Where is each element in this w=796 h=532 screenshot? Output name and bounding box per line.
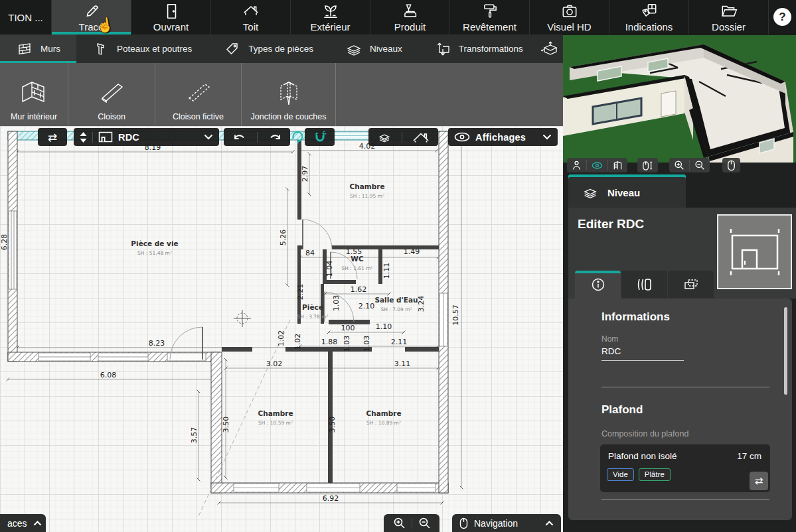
swap-composition-button[interactable]: ⇄	[750, 472, 768, 490]
roof-icon	[242, 2, 260, 21]
divider	[402, 132, 402, 143]
tool-cloison[interactable]: Cloison	[68, 63, 155, 126]
tab-exterieur-label: Extérieur	[310, 21, 350, 33]
room-label: ChambreSH : 10.89 m²	[366, 409, 401, 426]
dimension-label: 6.28	[0, 234, 9, 251]
dimension-label: 1.04	[325, 261, 334, 277]
ribbon-tab-murs-label: Murs	[40, 44, 60, 54]
floor-plan: 8.194.026.282.975.26841.551.491.041.112.…	[0, 126, 563, 532]
info-icon	[591, 277, 605, 292]
niveau-tab[interactable]: Niveau	[568, 177, 686, 208]
tab-indications[interactable]: Indications	[609, 0, 689, 34]
ribbon-tabs: Murs Poteaux et poutres Types de pièces …	[0, 34, 563, 63]
3d-scroll-button[interactable]	[637, 158, 658, 172]
navigation-toggle[interactable]: Navigation	[452, 514, 561, 532]
tab-dossier[interactable]: Dossier	[689, 0, 769, 34]
dimension-label: 2.11	[391, 338, 408, 346]
layer-badge-platre[interactable]: Plâtre	[639, 468, 671, 481]
magnet-button[interactable]	[305, 128, 335, 146]
tab-construction[interactable]: TION ...	[0, 0, 52, 34]
undo-icon[interactable]	[233, 133, 246, 141]
display-toggles	[368, 128, 438, 146]
magnet-icon	[313, 131, 327, 144]
dimension-label: 3.11	[394, 360, 411, 368]
dimension-label: 8.23	[149, 339, 165, 348]
zoom-in-icon[interactable]	[393, 517, 406, 529]
brick-wall-icon	[16, 40, 33, 58]
dimension-label: 1.03	[343, 336, 351, 352]
tab-ouvrant[interactable]: Ouvrant	[131, 0, 211, 34]
dimension-label: 10.57	[451, 304, 460, 326]
divider	[412, 518, 412, 529]
layer-badge-vide[interactable]: Vide	[607, 468, 634, 481]
floorplan-canvas[interactable]: 8.194.026.282.975.26841.551.491.041.112.…	[0, 126, 563, 532]
tool-cloison-fictive[interactable]: Cloison fictive	[155, 63, 242, 126]
transform-icon	[434, 40, 451, 58]
section-divider	[601, 499, 769, 500]
tab-composition[interactable]	[621, 271, 667, 299]
divider	[92, 132, 93, 143]
column-beam-icon	[92, 40, 110, 58]
home-design-app: TION ... Tracé Ouvrant Toit Extérieur	[0, 0, 796, 532]
dimension-label: 3.50	[328, 417, 337, 433]
3d-view[interactable]	[563, 35, 796, 163]
affichages-dropdown[interactable]: Affichages	[448, 128, 558, 146]
ribbon-tab-partial-cube-icon[interactable]	[539, 34, 563, 63]
rotate-handle-icon[interactable]	[290, 129, 305, 144]
level-editor-header: Editer RDC	[568, 208, 796, 299]
tab-toit[interactable]: Toit	[211, 0, 291, 34]
navigation-label: Navigation	[474, 518, 518, 529]
dimension-label: 2.21	[296, 284, 305, 300]
tab-revetement[interactable]: Revêtement	[450, 0, 530, 34]
dimension-label: 3.57	[190, 427, 199, 444]
ribbon-tab-poteaux[interactable]: Poteaux et poutres	[76, 34, 208, 63]
origin-marker	[234, 310, 251, 327]
scrollbar-thumb[interactable]	[784, 307, 787, 395]
layers-icon	[582, 184, 599, 200]
tab-produit[interactable]: Produit	[370, 0, 450, 34]
zoom-out-icon[interactable]	[418, 517, 431, 529]
zoom-controls	[384, 514, 439, 532]
informations-heading: Informations	[601, 310, 670, 324]
ribbon-tab-types-pieces[interactable]: Types de pièces	[208, 34, 329, 63]
dimension-label: 1.62	[351, 285, 367, 294]
dimension-label: 100	[341, 324, 355, 332]
level-selector[interactable]: RDC	[74, 128, 219, 146]
tab-visuel-hd[interactable]: Visuel HD	[530, 0, 609, 34]
room-label: ChambreSH : 11.95 m²	[349, 182, 384, 199]
elevation-view-icon[interactable]	[613, 161, 623, 170]
tab-surfaces[interactable]	[668, 271, 714, 299]
tool-mur-interieur-label: Mur intérieur	[11, 112, 57, 121]
ribbon-tab-poteaux-label: Poteaux et poutres	[117, 44, 192, 54]
help-button[interactable]: ?	[773, 8, 791, 26]
dimension-label: 2.97	[301, 166, 309, 182]
ribbon-tab-transformations[interactable]: Transformations	[418, 34, 539, 63]
tab-trace[interactable]: Tracé	[52, 0, 131, 34]
ribbon-tab-murs[interactable]: Murs	[0, 34, 76, 63]
tool-mur-interieur[interactable]: Mur intérieur	[0, 63, 68, 126]
redo-icon[interactable]	[269, 133, 281, 141]
3d-pan-button[interactable]	[722, 158, 740, 172]
zoom-in-icon[interactable]	[674, 160, 684, 170]
level-thumbnail[interactable]	[717, 214, 792, 289]
tool-jonction-couches[interactable]: Jonction de couches	[242, 63, 336, 126]
layer-badges: Vide Plâtre	[607, 468, 671, 481]
ceiling-composition-item[interactable]: Plafond non isolé 17 cm Vide Plâtre ⇄	[600, 444, 770, 492]
orbit-view-icon[interactable]	[592, 161, 603, 170]
spaces-panel-toggle[interactable]: aces	[0, 514, 46, 532]
zoom-out-icon[interactable]	[694, 160, 705, 170]
person-view-icon[interactable]	[572, 160, 582, 170]
tab-informations[interactable]	[575, 271, 621, 299]
tab-exterieur[interactable]: Extérieur	[291, 0, 370, 34]
roof-visibility-icon[interactable]	[412, 131, 430, 143]
tool-cloison-label: Cloison	[98, 112, 125, 121]
swap-levels-button[interactable]: ⇄	[38, 128, 67, 146]
tab-trace-label: Tracé	[79, 21, 104, 33]
level-stepper-icon[interactable]	[80, 132, 87, 143]
swap-icon: ⇄	[48, 131, 57, 144]
property-tabs	[575, 271, 714, 299]
levels-visibility-icon[interactable]	[377, 131, 392, 144]
ribbon-tab-niveaux[interactable]: Niveaux	[329, 34, 418, 63]
room-label: Salle d'EauSH : 7.09 m²	[374, 296, 418, 312]
name-input[interactable]: RDC	[601, 346, 684, 361]
